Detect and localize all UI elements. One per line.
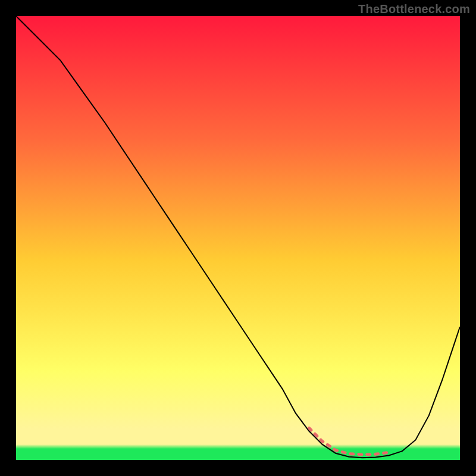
chart-svg	[16, 16, 460, 460]
chart-frame: TheBottleneck.com	[0, 0, 476, 476]
gradient-background	[16, 16, 460, 460]
plot-area	[16, 16, 460, 460]
watermark-text: TheBottleneck.com	[358, 2, 470, 16]
